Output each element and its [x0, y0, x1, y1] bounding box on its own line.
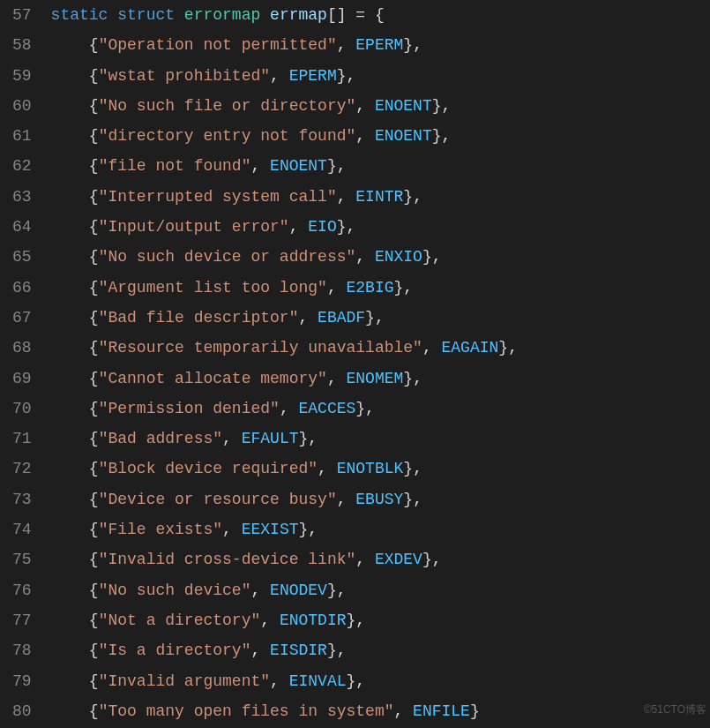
code-line[interactable]: {"directory entry not found", ENOENT}, [51, 121, 518, 151]
line-number: 68 [12, 333, 32, 363]
code-line[interactable]: {"Input/output error", EIO}, [51, 212, 518, 242]
error-constant: E2BIG [347, 279, 394, 296]
error-constant: EAGAIN [442, 339, 499, 356]
code-line[interactable]: {"Too many open files in system", ENFILE… [51, 696, 518, 726]
error-constant: ENOENT [375, 97, 432, 115]
comma: , [422, 339, 442, 356]
close-brace: } [422, 248, 432, 266]
trailing-comma: , [403, 279, 413, 296]
code-line[interactable]: {"Bad address", EFAULT}, [51, 424, 518, 454]
open-brace: { [89, 551, 99, 568]
open-brace: { [89, 521, 99, 538]
trailing-comma: , [337, 157, 347, 175]
open-brace: { [89, 430, 99, 447]
code-line[interactable]: {"Device or resource busy", EBUSY}, [51, 484, 518, 514]
trailing-comma: , [413, 36, 422, 54]
line-number: 58 [12, 30, 32, 60]
close-brace: } [422, 551, 432, 568]
string-literal: "Is a directory" [99, 642, 251, 659]
error-constant: EBADF [318, 309, 365, 326]
error-constant: ENOENT [375, 127, 432, 145]
comma: , [327, 370, 347, 387]
code-line[interactable]: {"No such file or directory", ENOENT}, [51, 91, 518, 121]
comma: , [270, 67, 289, 85]
error-constant: ENOTBLK [337, 460, 404, 477]
code-line[interactable]: {"Argument list too long", E2BIG}, [51, 273, 518, 303]
open-brace: { [89, 642, 99, 659]
line-number: 64 [12, 212, 32, 242]
code-line[interactable]: {"Block device required", ENOTBLK}, [51, 454, 518, 484]
string-literal: "wstat prohibited" [99, 67, 270, 85]
close-brace: } [365, 309, 375, 326]
open-brace: { [375, 6, 385, 24]
error-constant: EEXIST [242, 521, 299, 538]
line-number: 77 [12, 605, 32, 635]
line-number: 67 [12, 303, 32, 333]
close-brace: } [299, 521, 309, 538]
comma: , [298, 309, 318, 326]
code-line[interactable]: {"wstat prohibited", EPERM}, [51, 61, 518, 91]
close-brace: } [327, 157, 337, 175]
error-constant: EINVAL [289, 672, 347, 690]
error-constant: ENXIO [375, 248, 422, 266]
code-line[interactable]: {"Operation not permitted", EPERM}, [51, 30, 518, 60]
code-line[interactable]: {"Permission denied", EACCES}, [51, 394, 518, 424]
keyword-static: static [51, 6, 108, 24]
error-constant: EBUSY [355, 491, 403, 508]
code-line[interactable]: {"Invalid cross-device link", EXDEV}, [51, 544, 518, 574]
line-number: 78 [12, 635, 32, 665]
code-line[interactable]: {"Cannot allocate memory", ENOMEM}, [51, 364, 518, 394]
close-brace: } [355, 400, 365, 417]
line-number: 71 [12, 424, 32, 454]
code-line[interactable]: {"file not found", ENOENT}, [51, 151, 518, 181]
brackets: [] [327, 6, 347, 24]
string-literal: "Too many open files in system" [99, 702, 394, 720]
open-brace: { [89, 702, 99, 720]
code-line[interactable]: {"Bad file descriptor", EBADF}, [51, 303, 518, 333]
comma: , [337, 36, 356, 54]
code-line[interactable]: {"Not a directory", ENOTDIR}, [51, 605, 518, 635]
close-brace: } [327, 642, 337, 659]
code-area[interactable]: static struct errormap errmap[] = { {"Op… [51, 0, 518, 726]
close-brace: } [403, 491, 413, 508]
code-line[interactable]: {"Is a directory", EISDIR}, [51, 635, 518, 665]
line-number: 63 [12, 182, 32, 212]
close-brace: } [403, 36, 413, 54]
close-brace: } [498, 339, 508, 356]
code-line[interactable]: {"No such device", ENODEV}, [51, 575, 518, 605]
line-number: 65 [12, 242, 32, 272]
comma: , [289, 218, 309, 236]
open-brace: { [89, 582, 99, 599]
close-brace: } [327, 582, 337, 599]
trailing-comma: , [413, 188, 422, 206]
code-editor[interactable]: 5758596061626364656667686970717273747576… [0, 0, 710, 726]
line-number: 70 [12, 394, 32, 424]
code-line[interactable]: {"Invalid argument", EINVAL}, [51, 666, 518, 696]
comma: , [327, 279, 347, 296]
open-brace: { [89, 491, 99, 508]
code-line[interactable]: {"File exists", EEXIST}, [51, 514, 518, 544]
open-brace: { [89, 279, 99, 296]
string-literal: "No such device" [99, 582, 251, 599]
error-constant: EFAULT [242, 430, 299, 447]
open-brace: { [89, 157, 99, 175]
trailing-comma: , [347, 67, 356, 85]
line-number: 66 [12, 273, 32, 303]
trailing-comma: , [337, 582, 347, 599]
code-line[interactable]: static struct errormap errmap[] = { [51, 0, 518, 30]
trailing-comma: , [508, 339, 518, 356]
code-line[interactable]: {"Interrupted system call", EINTR}, [51, 182, 518, 212]
open-brace: { [89, 97, 99, 115]
close-brace: } [403, 460, 413, 477]
code-line[interactable]: {"Resource temporarily unavailable", EAG… [51, 333, 518, 363]
line-number: 80 [12, 696, 32, 726]
trailing-comma: , [355, 612, 365, 629]
watermark-text: ©51CTO博客 [644, 694, 706, 724]
comma: , [250, 157, 270, 175]
code-line[interactable]: {"No such device or address", ENXIO}, [51, 242, 518, 272]
string-literal: "No such file or directory" [99, 97, 356, 115]
string-literal: "Permission denied" [99, 400, 280, 417]
comma: , [280, 400, 299, 417]
close-brace: } [347, 612, 356, 629]
line-number: 72 [12, 454, 32, 484]
